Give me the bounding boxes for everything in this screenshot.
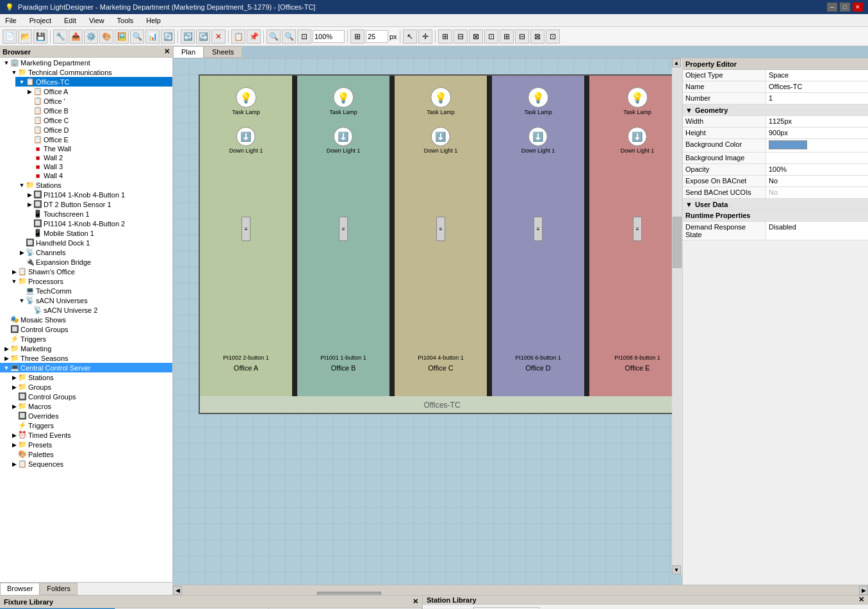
tab-folders[interactable]: Folders bbox=[40, 583, 78, 595]
tree-ccs-overrides[interactable]: 🔲 Overrides bbox=[8, 411, 172, 421]
tree-techcomm[interactable]: 💻 TechComm bbox=[15, 286, 172, 296]
menu-help[interactable]: Help bbox=[143, 16, 163, 25]
fixture-lib-close[interactable]: ✕ bbox=[413, 597, 418, 606]
vscroll-up-button[interactable]: ▲ bbox=[672, 58, 681, 67]
hscroll-thumb[interactable] bbox=[317, 592, 381, 596]
minimize-button[interactable]: ─ bbox=[827, 3, 837, 12]
pe-value-bg-color[interactable] bbox=[766, 139, 868, 152]
tool3[interactable]: 🎨 bbox=[99, 29, 113, 44]
tree-pi1104-1[interactable]: ▶ 🔲 PI1104 1-Knob 4-Button 1 bbox=[23, 190, 172, 199]
tool5[interactable]: 🔍 bbox=[130, 29, 144, 44]
tree-mobile-station-1[interactable]: 📱 Mobile Station 1 bbox=[23, 228, 172, 238]
settings-button[interactable]: ⚙️ bbox=[84, 29, 98, 44]
tree-ccs-groups[interactable]: ▶ 📁 Groups bbox=[8, 382, 172, 392]
align7[interactable]: ⊠ bbox=[530, 29, 545, 44]
tab-browser[interactable]: Browser bbox=[0, 583, 40, 595]
zoom-input[interactable] bbox=[313, 30, 345, 43]
tree-technical-communications[interactable]: ▼ 📁 Technical Communications bbox=[8, 67, 172, 77]
tree-the-wall[interactable]: ■ The Wall bbox=[23, 144, 172, 153]
tool7[interactable]: 🔄 bbox=[161, 29, 175, 44]
move-button[interactable]: ✛ bbox=[418, 29, 432, 44]
tab-sheets[interactable]: Sheets bbox=[204, 46, 242, 58]
tree-office-a[interactable]: ▶ 📋 Office A bbox=[23, 87, 172, 96]
menu-view[interactable]: View bbox=[86, 16, 107, 25]
canvas-scroll[interactable]: 💡 Task Lamp ⬇️ Down Light 1 ≡ PI1002 2-b bbox=[173, 58, 682, 585]
tree-control-groups[interactable]: 🔲 Control Groups bbox=[0, 324, 172, 334]
align8[interactable]: ⊡ bbox=[546, 29, 560, 44]
hscroll-right-button[interactable]: ▶ bbox=[859, 586, 868, 595]
close-button[interactable]: ✕ bbox=[853, 3, 863, 12]
canvas-vscrollbar[interactable]: ▲ ▼ bbox=[672, 58, 682, 574]
tree-three-seasons[interactable]: ▶ 📁 Three Seasons bbox=[0, 353, 172, 363]
tree-ccs-macros[interactable]: ▶ 📁 Macros bbox=[8, 401, 172, 411]
tree-triggers[interactable]: ⚡ Triggers bbox=[0, 334, 172, 344]
vscroll-thumb[interactable] bbox=[673, 217, 682, 268]
align4[interactable]: ⊡ bbox=[484, 29, 498, 44]
menu-file[interactable]: File bbox=[3, 16, 19, 25]
align3[interactable]: ⊠ bbox=[469, 29, 483, 44]
tree-expansion-bridge[interactable]: 🔌 Expansion Bridge bbox=[15, 257, 172, 267]
vscroll-down-button[interactable]: ▼ bbox=[672, 565, 681, 574]
restore-button[interactable]: □ bbox=[840, 3, 850, 12]
tree-ccs-presets[interactable]: ▶ 📁 Presets bbox=[8, 440, 172, 449]
delete-button[interactable]: ✕ bbox=[211, 29, 225, 44]
grid-size-input[interactable] bbox=[366, 30, 388, 43]
redo-button[interactable]: ↪️ bbox=[196, 29, 210, 44]
open-button[interactable]: 📂 bbox=[18, 29, 32, 44]
align1[interactable]: ⊞ bbox=[438, 29, 452, 44]
tree-ccs-triggers[interactable]: ⚡ Triggers bbox=[8, 421, 172, 430]
tree-ccs-control-groups[interactable]: 🔲 Control Groups bbox=[8, 392, 172, 401]
tree-pi1104-2[interactable]: 🔲 PI1104 1-Knob 4-Button 2 bbox=[23, 219, 172, 228]
tree-offices-tc[interactable]: ▼ 📋 Offices-TC bbox=[15, 77, 172, 87]
tree-office-e[interactable]: 📋 Office E bbox=[23, 135, 172, 144]
tree-wall-4[interactable]: ■ Wall 4 bbox=[23, 171, 172, 180]
tree-sacn-universes[interactable]: ▼ 📡 sACN Universes bbox=[15, 296, 172, 305]
tab-plan[interactable]: Plan bbox=[173, 46, 204, 58]
align6[interactable]: ⊟ bbox=[515, 29, 529, 44]
align2[interactable]: ⊟ bbox=[454, 29, 468, 44]
tree-wall-3[interactable]: ■ Wall 3 bbox=[23, 162, 172, 171]
tree-office-d[interactable]: 📋 Office D bbox=[23, 125, 172, 135]
menu-edit[interactable]: Edit bbox=[61, 16, 79, 25]
tree-office-b[interactable]: 📋 Office B bbox=[23, 106, 172, 115]
select-button[interactable]: ↖ bbox=[403, 29, 417, 44]
import-button[interactable]: 🔧 bbox=[53, 29, 67, 44]
tree-touchscreen-1[interactable]: 📱 Touchscreen 1 bbox=[23, 209, 172, 219]
tree-channels[interactable]: ▶ 📡 Channels bbox=[15, 247, 172, 257]
tree-marketing-department[interactable]: ▼ 🏢 Marketing Department bbox=[0, 58, 172, 67]
copy-button[interactable]: 📋 bbox=[231, 29, 245, 44]
tree-central-control-server[interactable]: ▼ 💻 Central Control Server bbox=[0, 363, 172, 372]
tree-ccs-sequences[interactable]: ▶ 📋 Sequences bbox=[8, 459, 172, 469]
tree-mosaic-shows[interactable]: 🎭 Mosaic Shows bbox=[0, 315, 172, 324]
canvas-hscrollbar[interactable]: ◀ ▶ bbox=[173, 585, 868, 595]
zoom-in-button[interactable]: 🔍 bbox=[282, 29, 296, 44]
tree-office-prime[interactable]: 📋 Office ' bbox=[23, 96, 172, 106]
tree-wall-2[interactable]: ■ Wall 2 bbox=[23, 153, 172, 162]
tree-ccs-palettes[interactable]: 🎨 Palettes bbox=[8, 449, 172, 459]
zoom-out-button[interactable]: 🔍 bbox=[266, 29, 281, 44]
station-lib-close[interactable]: ✕ bbox=[858, 596, 864, 604]
color-swatch[interactable] bbox=[769, 140, 807, 149]
tree-ccs-stations[interactable]: ▶ 📁 Stations bbox=[8, 372, 172, 382]
save-button[interactable]: 💾 bbox=[33, 29, 47, 44]
grid-button[interactable]: ⊞ bbox=[350, 29, 364, 44]
tree-marketing[interactable]: ▶ 📁 Marketing bbox=[0, 344, 172, 353]
menu-project[interactable]: Project bbox=[27, 16, 54, 25]
tree-shawns-office[interactable]: ▶ 📋 Shawn's Office bbox=[8, 267, 172, 276]
tree-ccs-timed-events[interactable]: ▶ ⏰ Timed Events bbox=[8, 430, 172, 440]
paste-button[interactable]: 📌 bbox=[247, 29, 261, 44]
tree-handheld-dock[interactable]: 🔲 Handheld Dock 1 bbox=[15, 238, 172, 247]
hscroll-left-button[interactable]: ◀ bbox=[173, 586, 182, 595]
tree-processors[interactable]: ▼ 📁 Processors bbox=[8, 276, 172, 286]
align5[interactable]: ⊞ bbox=[500, 29, 514, 44]
undo-button[interactable]: ↩️ bbox=[181, 29, 195, 44]
export-button[interactable]: 📤 bbox=[69, 29, 83, 44]
menu-tools[interactable]: Tools bbox=[115, 16, 136, 25]
browser-close-icon[interactable]: ✕ bbox=[164, 47, 170, 56]
new-button[interactable]: 📄 bbox=[3, 29, 17, 44]
tree-dt2-button[interactable]: ▶ 🔲 DT 2 Button Sensor 1 bbox=[23, 199, 172, 209]
tool6[interactable]: 📊 bbox=[145, 29, 160, 44]
zoom-fit-button[interactable]: ⊡ bbox=[297, 29, 311, 44]
tree-office-c[interactable]: 📋 Office C bbox=[23, 115, 172, 125]
tool4[interactable]: 🖼️ bbox=[115, 29, 129, 44]
